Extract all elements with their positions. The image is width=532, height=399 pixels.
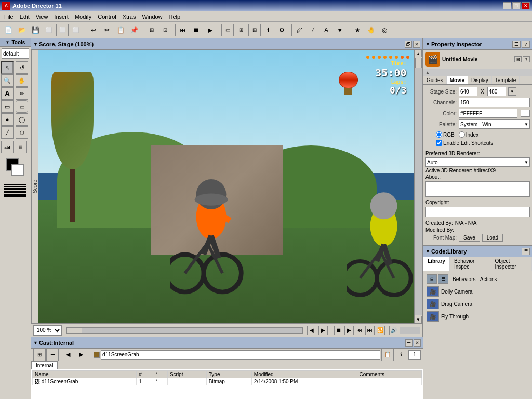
step-fwd-btn[interactable]: ⏭ (365, 326, 375, 335)
cast-path-input[interactable] (101, 350, 380, 360)
poly-tool[interactable]: ⬡ (16, 126, 28, 139)
rotate-tool[interactable]: ↺ (16, 61, 28, 74)
code-tab-behavior[interactable]: Behavior Inspec (450, 257, 491, 271)
behavior-dolly-camera[interactable]: 🎥 Dolly Camera (425, 285, 530, 298)
tb-win[interactable]: ▭ (221, 24, 234, 36)
pi-list-btn[interactable]: ☰ (512, 41, 521, 48)
behavior-fly-through[interactable]: 🎥 Fly Through (425, 310, 530, 323)
line-tool[interactable]: ╱ (1, 126, 14, 139)
paint-tool[interactable]: ✏ (16, 87, 28, 100)
rgb-radio[interactable] (436, 131, 442, 138)
scroll-track-v[interactable] (415, 58, 422, 315)
cast-close-btn[interactable]: ✕ (414, 339, 421, 347)
index-radio-label[interactable]: Index (459, 131, 478, 138)
volume-slider[interactable] (400, 327, 420, 334)
pi-collapse-icon[interactable]: ▼ (425, 42, 430, 47)
tb-exchange[interactable]: ⊞ (145, 24, 158, 36)
menu-window[interactable]: Window (139, 12, 165, 21)
tb-star[interactable]: ★ (351, 24, 364, 36)
maximize-button[interactable]: □ (512, 2, 521, 9)
tb-undo[interactable]: ↩ (87, 24, 100, 36)
shortcuts-checkbox[interactable] (436, 140, 442, 146)
arrow-tool[interactable]: ↖ (1, 61, 14, 74)
behavior-drag-camera[interactable]: 🎥 Drag Camera (425, 298, 530, 310)
button-tool[interactable]: ▤ (15, 141, 27, 153)
tb-pen[interactable]: 🖊 (293, 24, 305, 36)
tb-heart[interactable]: ♥ (334, 24, 346, 36)
tb-open[interactable]: 📂 (16, 24, 28, 36)
menu-edit[interactable]: Edit (17, 12, 33, 21)
shortcuts-check-label[interactable]: Enable Edit Shortcuts (436, 140, 493, 146)
pi-expand-icon[interactable]: ▲ (425, 70, 430, 75)
menu-view[interactable]: View (33, 12, 51, 21)
stop-btn[interactable]: ⏹ (334, 326, 343, 335)
cast-options-btn[interactable]: ☰ (405, 339, 413, 347)
menu-modify[interactable]: Modify (72, 12, 95, 21)
tb-copy[interactable]: 📋 (114, 24, 127, 36)
scroll-down-arrow[interactable]: ▼ (415, 316, 422, 323)
color-field[interactable]: #FFFFFF (459, 109, 517, 118)
tb-info[interactable]: ℹ (262, 24, 274, 36)
copyright-textarea[interactable] (425, 207, 530, 217)
stage-height-field[interactable]: 480 (487, 87, 506, 96)
cast-row[interactable]: 🖼 d11ScreenGrab 1 * Bitmap 2/14/2008 1:5… (33, 378, 422, 385)
stage-right-btn[interactable]: ▶ (318, 326, 328, 335)
scroll-thumb-v[interactable] (415, 58, 422, 68)
cast-page-input[interactable] (408, 350, 421, 360)
menu-file[interactable]: File (1, 12, 17, 21)
selector-dropdown[interactable]: default (2, 48, 29, 59)
color-swatch[interactable] (521, 110, 530, 117)
code-collapse-icon[interactable]: ▼ (425, 249, 430, 254)
scroll-thumb-h[interactable] (66, 328, 82, 333)
play-btn[interactable]: ▶ (344, 326, 354, 335)
channels-field[interactable]: 150 (459, 98, 530, 107)
cast-info-btn[interactable]: ℹ (395, 349, 407, 361)
tb-rewind[interactable]: ⏮ (177, 24, 189, 36)
line-6px[interactable] (4, 194, 26, 197)
menu-insert[interactable]: Insert (51, 12, 72, 21)
tb-cut[interactable]: ✂ (101, 24, 113, 36)
hand-tool[interactable]: ✋ (16, 74, 28, 87)
code-tab-library[interactable]: Library (423, 257, 450, 271)
code-tab-object[interactable]: Object Inspector (490, 257, 532, 271)
magnify-tool[interactable]: 🔍 (1, 74, 14, 87)
line-1px[interactable] (4, 184, 26, 185)
stage-close-button[interactable]: ✕ (413, 41, 420, 48)
zoom-select[interactable]: 100 % 50 % 200 % (33, 325, 62, 336)
tb-extra[interactable]: ⬜ (70, 24, 82, 36)
cast-script-btn[interactable]: 📋 (381, 349, 394, 361)
tb-hand[interactable]: 🤚 (365, 24, 377, 36)
tb-target[interactable]: ◎ (378, 24, 391, 36)
tb-save[interactable]: 💾 (29, 24, 42, 36)
pi-tab-display[interactable]: Display (468, 76, 492, 84)
pi-tab-template[interactable]: Template (492, 76, 520, 84)
tb-paste[interactable]: 📌 (128, 24, 140, 36)
tb-stop[interactable]: ⏹ (190, 24, 203, 36)
cast-next-btn[interactable]: ▶ (75, 349, 87, 361)
close-button[interactable]: ✕ (522, 2, 530, 9)
field-tool[interactable]: abl (1, 141, 14, 153)
cast-grid-view-btn[interactable]: ⊞ (33, 349, 46, 361)
stage-width-field[interactable]: 640 (459, 87, 477, 96)
cast-list-view-btn[interactable]: ☰ (46, 349, 59, 361)
scroll-up-arrow[interactable]: ▲ (415, 50, 422, 57)
font-map-save-btn[interactable]: Save (459, 234, 480, 242)
tb-cast2[interactable]: ⊞ (248, 24, 261, 36)
cast-collapse-icon[interactable]: ▼ (33, 340, 38, 345)
menu-control[interactable]: Control (95, 12, 119, 21)
stage-panel-collapse-icon[interactable]: ▼ (33, 42, 38, 47)
rgb-radio-label[interactable]: RGB (436, 131, 455, 138)
round-rect-tool[interactable]: ▭ (16, 100, 28, 113)
step-back-btn[interactable]: ⏮ (355, 326, 364, 335)
font-map-load-btn[interactable]: Load (482, 234, 503, 242)
text-tool[interactable]: A (1, 87, 14, 100)
palette-select[interactable]: System - Win ▼ (459, 119, 530, 129)
line-4px[interactable] (4, 191, 26, 193)
pi-grid-btn[interactable]: ⊞ (514, 56, 522, 62)
menu-help[interactable]: Help (166, 12, 184, 21)
cast-prev-btn[interactable]: ◀ (62, 349, 74, 361)
pi-tab-guides[interactable]: Guides (423, 76, 447, 84)
preferred-3d-select[interactable]: Auto ▼ (425, 157, 530, 167)
pi-tab-movie[interactable]: Movie (447, 76, 468, 84)
tb-line[interactable]: ╱ (307, 24, 319, 36)
